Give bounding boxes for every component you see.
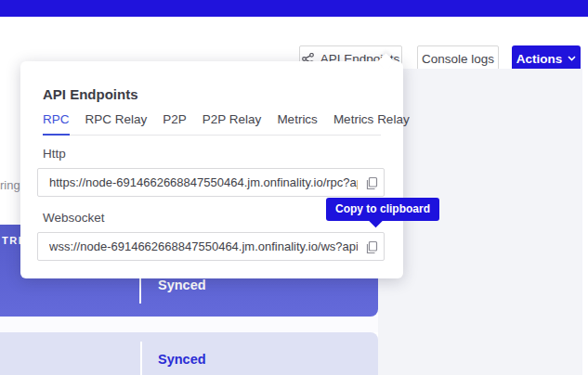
- column-divider: [139, 276, 141, 304]
- tab-p2p-relay[interactable]: P2P Relay: [203, 112, 262, 126]
- console-logs-button-label: Console logs: [422, 52, 494, 66]
- status-badge: Synced: [158, 352, 206, 367]
- tab-rpc-relay[interactable]: RPC Relay: [85, 112, 148, 126]
- tab-metrics[interactable]: Metrics: [277, 112, 318, 126]
- chevron-down-icon: [568, 56, 576, 61]
- copy-websocket-button[interactable]: [362, 238, 381, 256]
- row-gap: [0, 317, 378, 332]
- status-badge: Synced: [158, 278, 206, 292]
- console-logs-button[interactable]: Console logs: [417, 45, 499, 71]
- copy-icon: [365, 240, 379, 254]
- websocket-endpoint-input[interactable]: [37, 232, 385, 261]
- clipped-column-header: TRI: [2, 235, 22, 246]
- tab-metrics-relay[interactable]: Metrics Relay: [333, 112, 410, 126]
- http-endpoint-input[interactable]: [37, 168, 385, 197]
- popover-title: API Endpoints: [43, 86, 138, 102]
- copy-tooltip: Copy to clipboard: [326, 198, 439, 221]
- api-endpoints-popover: API Endpoints RPC RPC Relay P2P P2P Rela…: [20, 61, 403, 278]
- clipped-page-text: ring: [0, 178, 20, 192]
- actions-button[interactable]: Actions: [512, 45, 581, 71]
- top-nav-bar: [0, 0, 588, 17]
- tab-p2p[interactable]: P2P: [163, 112, 187, 126]
- copy-http-button[interactable]: [362, 174, 381, 192]
- endpoint-tabs: RPC RPC Relay P2P P2P Relay Metrics Metr…: [43, 112, 381, 136]
- node-status-row[interactable]: Synced: [0, 332, 378, 375]
- http-label: Http: [43, 147, 66, 161]
- column-divider: [140, 342, 142, 375]
- copy-icon: [365, 176, 379, 190]
- websocket-label: Websocket: [43, 211, 105, 225]
- app-screen: API Endpoints Console logs Actions ring …: [0, 0, 588, 375]
- scrollbar-track[interactable]: [582, 17, 588, 375]
- tab-rpc[interactable]: RPC: [43, 112, 70, 126]
- actions-button-label: Actions: [516, 52, 563, 66]
